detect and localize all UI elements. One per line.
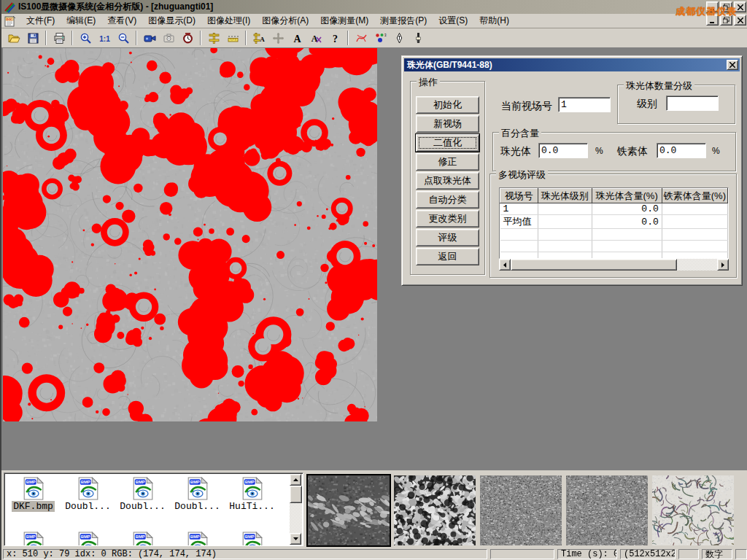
- open-button[interactable]: [4, 29, 23, 47]
- zoom-in-button[interactable]: [76, 29, 95, 47]
- file-name[interactable]: DKF.bmp: [12, 501, 55, 512]
- menu-item-6[interactable]: 图像分析(A): [256, 13, 314, 28]
- file-item-1[interactable]: BMPDKF.bmp: [6, 477, 61, 512]
- pen-button[interactable]: [390, 29, 409, 47]
- scroll-right-arrow[interactable]: [717, 259, 729, 271]
- thumbnail-5[interactable]: [652, 475, 734, 545]
- menu-item-4[interactable]: 图像显示(D): [142, 13, 201, 28]
- help-button[interactable]: ?: [325, 29, 344, 47]
- file-item-3[interactable]: BMPDoubl...: [115, 477, 170, 512]
- thumbnail-2[interactable]: [394, 475, 476, 545]
- camera-button[interactable]: [159, 29, 178, 47]
- curve-button[interactable]: [352, 29, 371, 47]
- mdi-minimize-button[interactable]: [706, 15, 719, 26]
- file-item-2[interactable]: BMPDoubl...: [61, 477, 115, 512]
- save-button[interactable]: [23, 29, 42, 47]
- hscroll-thumb[interactable]: [511, 259, 677, 271]
- bmp-file-icon: BMP: [187, 477, 209, 500]
- hscroll-track[interactable]: [677, 259, 717, 271]
- grade-input[interactable]: [666, 96, 719, 111]
- menu-item-8[interactable]: 测量报告(P): [374, 13, 433, 28]
- scroll-down-arrow[interactable]: [290, 533, 301, 545]
- brush-button[interactable]: [409, 29, 427, 47]
- thumbnail-strip: [308, 475, 734, 545]
- dialog-title-bar[interactable]: 珠光体(GB/T9441-88): [404, 58, 740, 71]
- file-browser-scrollbar[interactable]: [290, 474, 302, 545]
- vscroll-track[interactable]: [290, 503, 302, 533]
- file-name[interactable]: HuiTi...: [228, 501, 276, 512]
- toolbar: 1:1AAA?3: [1, 28, 747, 48]
- move-cross-button[interactable]: [268, 29, 287, 47]
- op-button-3[interactable]: 二值化: [416, 134, 479, 152]
- op-button-7[interactable]: 更改类别: [416, 210, 479, 228]
- grade-group-label: 珠光体数量分级: [624, 79, 694, 93]
- clock-button[interactable]: [178, 29, 197, 47]
- caliper-button[interactable]: [204, 29, 223, 47]
- thumbnail-1[interactable]: [308, 475, 390, 545]
- file-item-4[interactable]: BMPDoubl...: [170, 477, 225, 512]
- table-row[interactable]: 10.0: [500, 203, 728, 215]
- op-button-5[interactable]: 点取珠光体: [416, 172, 479, 190]
- minimize-button[interactable]: [706, 1, 719, 12]
- table-header-3[interactable]: 珠光体含量(%): [592, 189, 662, 203]
- multi-view-table[interactable]: 视场号珠光体级别珠光体含量(%)铁素体含量(%)10.0平均值0.0: [499, 187, 729, 259]
- file-item-row2-5[interactable]: BMP: [225, 532, 279, 546]
- menu-item-9[interactable]: 设置(S): [433, 13, 473, 28]
- pearlite-label: 珠光体: [500, 145, 531, 158]
- micrograph-image[interactable]: [3, 48, 377, 421]
- current-view-input[interactable]: 1: [558, 97, 611, 112]
- file-item-row2-1[interactable]: BMP: [6, 532, 61, 546]
- restore-button[interactable]: [720, 1, 732, 12]
- mdi-close-button[interactable]: [734, 15, 746, 26]
- thumbnail-4[interactable]: [566, 475, 648, 545]
- menu-item-5[interactable]: 图像处理(I): [201, 13, 256, 28]
- op-button-1[interactable]: 初始化: [416, 96, 479, 114]
- particles-button[interactable]: 3: [371, 29, 390, 47]
- print-button[interactable]: [50, 29, 69, 47]
- op-button-9[interactable]: 返回: [416, 248, 479, 265]
- actual-size-button[interactable]: 1:1: [95, 29, 114, 47]
- menu-item-10[interactable]: 帮助(H): [473, 13, 515, 28]
- vscroll-thumb[interactable]: [290, 486, 302, 503]
- table-hscrollbar[interactable]: [499, 259, 729, 271]
- bmp-file-icon: BMP: [23, 532, 44, 546]
- table-header-2[interactable]: 珠光体级别: [538, 189, 592, 203]
- zoom-out-button[interactable]: [114, 29, 133, 47]
- file-item-row2-3[interactable]: BMP: [115, 532, 170, 546]
- op-button-8[interactable]: 评级: [416, 229, 479, 246]
- file-name[interactable]: Doubl...: [118, 501, 166, 512]
- measure-caliper-button[interactable]: A: [249, 29, 268, 47]
- text-style-button[interactable]: A: [306, 29, 325, 47]
- scroll-left-arrow[interactable]: [499, 259, 511, 271]
- dialog-close-button[interactable]: [727, 60, 738, 70]
- ferrite-percent-input[interactable]: 0.0: [657, 143, 706, 158]
- table-row[interactable]: 平均值0.0: [500, 215, 728, 229]
- file-item-row2-4[interactable]: BMP: [170, 532, 225, 546]
- op-button-4[interactable]: 修正: [416, 153, 479, 171]
- menu-item-1[interactable]: 文件(F): [20, 13, 61, 28]
- video-camera-button[interactable]: [140, 29, 159, 47]
- file-name[interactable]: Doubl...: [63, 501, 112, 512]
- status-spacer-1: [490, 549, 554, 559]
- close-button[interactable]: [734, 1, 746, 12]
- table-row[interactable]: [500, 229, 728, 241]
- ruler-button[interactable]: [223, 29, 242, 47]
- text-button[interactable]: A: [287, 29, 306, 47]
- op-button-6[interactable]: 自动分类: [416, 191, 479, 209]
- table-row[interactable]: [500, 252, 728, 260]
- bmp-file-icon: BMP: [132, 532, 154, 546]
- file-item-5[interactable]: BMPHuiTi...: [225, 477, 279, 512]
- menu-item-3[interactable]: 查看(V): [101, 13, 142, 28]
- table-header-1[interactable]: 视场号: [500, 189, 538, 203]
- file-item-row2-2[interactable]: BMP: [61, 532, 115, 546]
- thumbnail-3[interactable]: [480, 475, 562, 545]
- pearlite-percent-input[interactable]: 0.0: [538, 143, 588, 158]
- op-button-2[interactable]: 新视场: [416, 115, 479, 133]
- menu-item-7[interactable]: 图像测量(M): [314, 13, 374, 28]
- menu-item-2[interactable]: 编辑(E): [61, 13, 101, 28]
- table-row[interactable]: [500, 241, 728, 252]
- scroll-up-arrow[interactable]: [290, 474, 301, 486]
- table-header-4[interactable]: 铁素体含量(%): [662, 189, 727, 203]
- file-name[interactable]: Doubl...: [173, 501, 221, 512]
- mdi-restore-button[interactable]: [720, 15, 732, 26]
